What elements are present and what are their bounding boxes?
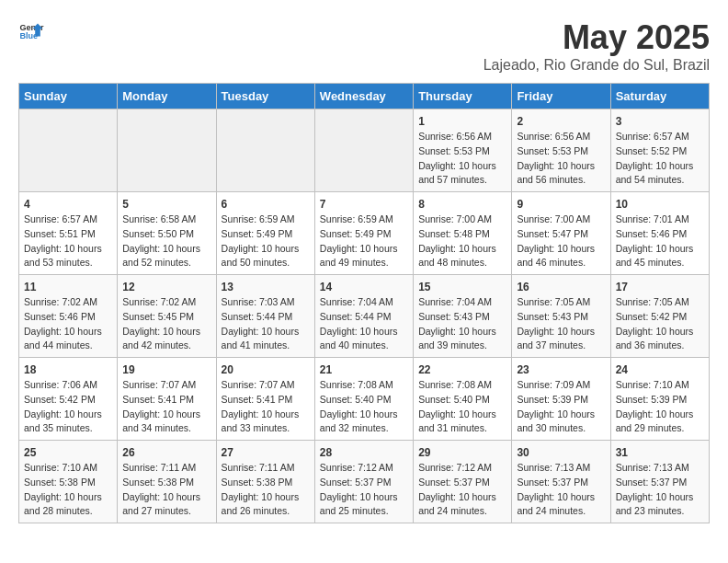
day-info-line: Sunset: 5:39 PM xyxy=(517,393,605,408)
day-cell xyxy=(314,109,413,192)
day-info-line: Daylight: 10 hours xyxy=(517,325,605,339)
day-info-line: Sunrise: 7:00 AM xyxy=(418,213,506,227)
week-row-4: 18Sunrise: 7:06 AMSunset: 5:42 PMDayligh… xyxy=(19,358,710,441)
day-info-line: Sunrise: 7:04 AM xyxy=(418,295,506,310)
day-info-line: Sunset: 5:53 PM xyxy=(418,144,506,159)
title-block: May 2025 Lajeado, Rio Grande do Sul, Bra… xyxy=(483,18,710,74)
day-info-line: and 41 minutes. xyxy=(222,339,310,353)
day-info-line: and 24 minutes. xyxy=(418,504,506,519)
calendar-subtitle: Lajeado, Rio Grande do Sul, Brazil xyxy=(483,57,710,74)
day-info-line: and 49 minutes. xyxy=(320,256,408,270)
day-cell: 23Sunrise: 7:09 AMSunset: 5:39 PMDayligh… xyxy=(512,358,610,441)
day-cell: 17Sunrise: 7:05 AMSunset: 5:42 PMDayligh… xyxy=(610,275,709,358)
day-info-line: Daylight: 10 hours xyxy=(517,408,605,422)
day-cell: 27Sunrise: 7:11 AMSunset: 5:38 PMDayligh… xyxy=(216,441,314,523)
header-row: SundayMondayTuesdayWednesdayThursdayFrid… xyxy=(19,84,710,109)
day-number: 23 xyxy=(517,362,605,378)
day-number: 11 xyxy=(24,279,112,295)
day-cell: 24Sunrise: 7:10 AMSunset: 5:39 PMDayligh… xyxy=(610,358,709,441)
day-number: 19 xyxy=(122,362,210,378)
day-info-line: Sunrise: 7:02 AM xyxy=(122,295,210,310)
day-info-line: Daylight: 10 hours xyxy=(616,242,704,257)
calendar-table: SundayMondayTuesdayWednesdayThursdayFrid… xyxy=(18,83,710,523)
day-number: 17 xyxy=(616,279,704,295)
day-info-line: Daylight: 10 hours xyxy=(24,408,112,422)
day-info-line: Sunrise: 7:05 AM xyxy=(616,295,704,310)
day-info-line: and 46 minutes. xyxy=(517,256,605,270)
day-info-line: Sunrise: 6:58 AM xyxy=(122,213,210,227)
day-info-line: and 34 minutes. xyxy=(122,421,210,436)
day-cell: 10Sunrise: 7:01 AMSunset: 5:46 PMDayligh… xyxy=(610,192,709,275)
day-info-line: and 44 minutes. xyxy=(24,339,112,353)
day-cell: 28Sunrise: 7:12 AMSunset: 5:37 PMDayligh… xyxy=(314,441,413,523)
day-info-line: Sunset: 5:49 PM xyxy=(320,227,408,242)
day-info-line: Sunrise: 6:57 AM xyxy=(616,130,704,144)
day-info-line: Sunset: 5:37 PM xyxy=(418,476,506,490)
day-info-line: Sunset: 5:38 PM xyxy=(122,476,210,490)
day-info-line: Daylight: 10 hours xyxy=(222,325,310,339)
day-info-line: and 57 minutes. xyxy=(418,173,506,188)
day-info-line: Daylight: 10 hours xyxy=(320,490,408,505)
day-number: 13 xyxy=(222,279,310,295)
logo: General Blue xyxy=(18,18,44,44)
day-number: 28 xyxy=(320,444,408,461)
day-cell: 15Sunrise: 7:04 AMSunset: 5:43 PMDayligh… xyxy=(414,275,512,358)
day-info-line: and 53 minutes. xyxy=(24,256,112,270)
day-info-line: Sunset: 5:43 PM xyxy=(517,310,605,325)
day-info-line: Sunrise: 6:59 AM xyxy=(222,213,310,227)
day-cell xyxy=(118,109,216,192)
header-cell-saturday: Saturday xyxy=(610,84,709,109)
day-info-line: and 25 minutes. xyxy=(320,504,408,519)
day-info-line: Sunrise: 7:00 AM xyxy=(517,213,605,227)
day-number: 10 xyxy=(616,196,704,213)
day-info-line: Sunrise: 7:07 AM xyxy=(122,378,210,393)
header-cell-thursday: Thursday xyxy=(414,84,512,109)
day-info-line: Daylight: 10 hours xyxy=(616,159,704,174)
day-info-line: and 24 minutes. xyxy=(517,504,605,519)
day-info-line: Daylight: 10 hours xyxy=(418,408,506,422)
day-info-line: Sunset: 5:41 PM xyxy=(222,393,310,408)
week-row-1: 1Sunrise: 6:56 AMSunset: 5:53 PMDaylight… xyxy=(19,109,710,192)
day-number: 30 xyxy=(517,444,605,461)
day-info-line: and 40 minutes. xyxy=(320,339,408,353)
day-info-line: Sunset: 5:51 PM xyxy=(24,227,112,242)
day-info-line: and 23 minutes. xyxy=(616,504,704,519)
day-number: 9 xyxy=(517,196,605,213)
day-cell: 12Sunrise: 7:02 AMSunset: 5:45 PMDayligh… xyxy=(118,275,216,358)
day-info-line: Sunset: 5:47 PM xyxy=(517,227,605,242)
day-info-line: and 28 minutes. xyxy=(24,504,112,519)
day-info-line: Daylight: 10 hours xyxy=(222,490,310,505)
day-info-line: and 45 minutes. xyxy=(616,256,704,270)
day-info-line: and 54 minutes. xyxy=(616,173,704,188)
day-info-line: Sunset: 5:42 PM xyxy=(616,310,704,325)
day-number: 15 xyxy=(418,279,506,295)
day-info-line: and 39 minutes. xyxy=(418,339,506,353)
week-row-5: 25Sunrise: 7:10 AMSunset: 5:38 PMDayligh… xyxy=(19,441,710,523)
day-info-line: Daylight: 10 hours xyxy=(517,159,605,174)
day-info-line: Daylight: 10 hours xyxy=(320,408,408,422)
day-cell: 31Sunrise: 7:13 AMSunset: 5:37 PMDayligh… xyxy=(610,441,709,523)
week-row-2: 4Sunrise: 6:57 AMSunset: 5:51 PMDaylight… xyxy=(19,192,710,275)
day-info-line: Daylight: 10 hours xyxy=(616,490,704,505)
day-info-line: Daylight: 10 hours xyxy=(122,490,210,505)
day-info-line: Daylight: 10 hours xyxy=(122,325,210,339)
day-cell: 9Sunrise: 7:00 AMSunset: 5:47 PMDaylight… xyxy=(512,192,610,275)
day-info-line: Sunrise: 7:10 AM xyxy=(616,378,704,393)
day-info-line: Sunset: 5:46 PM xyxy=(24,310,112,325)
day-info-line: Daylight: 10 hours xyxy=(418,159,506,174)
day-info-line: Sunset: 5:41 PM xyxy=(122,393,210,408)
day-info-line: and 52 minutes. xyxy=(122,256,210,270)
day-number: 3 xyxy=(616,113,704,130)
day-info-line: Daylight: 10 hours xyxy=(418,242,506,257)
day-info-line: and 50 minutes. xyxy=(222,256,310,270)
day-info-line: and 48 minutes. xyxy=(418,256,506,270)
day-info-line: Sunset: 5:38 PM xyxy=(24,476,112,490)
day-info-line: Sunset: 5:44 PM xyxy=(320,310,408,325)
day-info-line: Sunset: 5:39 PM xyxy=(616,393,704,408)
day-info-line: Sunrise: 7:06 AM xyxy=(24,378,112,393)
day-cell: 21Sunrise: 7:08 AMSunset: 5:40 PMDayligh… xyxy=(314,358,413,441)
day-info-line: Daylight: 10 hours xyxy=(320,242,408,257)
day-cell: 7Sunrise: 6:59 AMSunset: 5:49 PMDaylight… xyxy=(314,192,413,275)
day-info-line: and 36 minutes. xyxy=(616,339,704,353)
day-cell: 4Sunrise: 6:57 AMSunset: 5:51 PMDaylight… xyxy=(19,192,118,275)
